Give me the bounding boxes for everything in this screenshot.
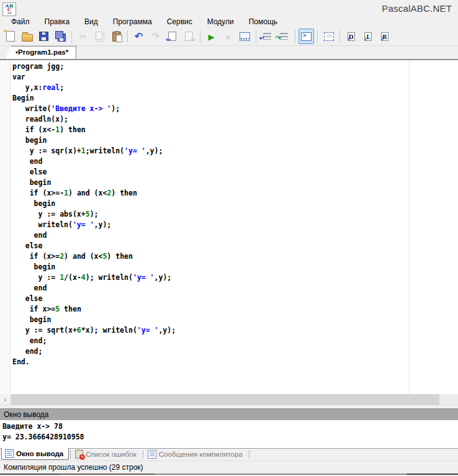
pascalabc-window: AB C .net PascalABC.NET ФайлПравкаВидПро…: [0, 0, 458, 476]
page-r-button[interactable]: R: [377, 29, 392, 44]
code-line: end: [12, 283, 176, 294]
output-line: y= 23.3666428910958: [2, 432, 458, 442]
save-button[interactable]: [36, 29, 52, 44]
tab-program1[interactable]: •Program1.pas*: [5, 46, 76, 59]
undo-arrow-icon: [135, 30, 143, 42]
page-d-button[interactable]: D: [343, 29, 359, 44]
tab-label: Сообщения компилятора: [159, 451, 243, 458]
code-area[interactable]: program jgg;var y,x:real;Begin write('Вв…: [11, 60, 176, 394]
toolbar-separator: [295, 30, 295, 43]
page-l-button[interactable]: L: [360, 29, 375, 44]
new-file-button[interactable]: [2, 29, 18, 44]
paste-button[interactable]: [109, 29, 124, 44]
toolbar-separator: [317, 30, 318, 43]
menu-item-modules[interactable]: Модули: [200, 17, 241, 27]
scroll-left-arrow-icon[interactable]: ‹: [0, 394, 11, 405]
code-editor[interactable]: program jgg;var y,x:real;Begin write('Вв…: [0, 60, 458, 394]
open-folder-icon: [22, 34, 33, 42]
right-margin-line: [409, 60, 410, 394]
lines-green-arrow-icon: [280, 33, 288, 40]
window-grid-icon: [240, 32, 250, 41]
toolbar-separator: [339, 30, 340, 43]
title-bar: AB C .net PascalABC.NET: [0, 0, 458, 16]
code-line: if (x<-1) then: [12, 125, 176, 135]
show-watch-window-button[interactable]: [321, 29, 336, 44]
run-play-icon: [209, 31, 215, 42]
menu-bar: ФайлПравкаВидПрограммаСервисМодулиПомощь: [0, 16, 458, 27]
status-bar: Компиляция прошла успешно (29 строк): [0, 460, 458, 474]
code-line: y := 1/(x-4); writeln('y= ',y);: [12, 272, 176, 283]
code-line: Begin: [12, 93, 176, 104]
goto-next-button[interactable]: [259, 29, 275, 44]
tab-label: Окно вывода: [16, 450, 63, 457]
code-line: write('Введите x-> ');: [12, 104, 176, 114]
page-arrow-left-icon: [168, 32, 176, 41]
code-line: if x>=5 then: [12, 304, 176, 315]
output-panel-header: Окно вывода: [0, 408, 458, 420]
horizontal-scrollbar[interactable]: ‹: [0, 394, 458, 405]
toolbar-separator: [71, 30, 72, 43]
tab-separator: [249, 451, 249, 459]
tab-separator: [70, 451, 71, 459]
code-line: end: [12, 156, 176, 167]
tab-label: Список ошибок: [86, 451, 137, 458]
save-all-button[interactable]: [53, 29, 68, 44]
stop-button[interactable]: [220, 29, 236, 44]
toolbar-separator: [200, 30, 200, 43]
compile-window-button[interactable]: [237, 29, 253, 44]
code-line: else: [12, 241, 176, 251]
bottom-tab-strip: Окно выводаСписок ошибокСообщения компил…: [0, 448, 458, 460]
floppy-stack-icon: [58, 34, 66, 42]
code-line: y := abs(x+5);: [12, 209, 176, 220]
page-arrow-right-icon: [185, 32, 193, 41]
compiler-messages-tab[interactable]: Сообщения компилятора: [145, 449, 248, 460]
lines-blue-arrow-icon: [263, 33, 271, 40]
open-file-button[interactable]: [19, 29, 35, 44]
page-letter-l-icon: L: [364, 32, 372, 41]
output-line: Введите x-> 78: [2, 421, 458, 432]
format-code-button[interactable]: [276, 29, 292, 44]
output-window[interactable]: Введите x-> 78y= 23.3666428910958: [0, 420, 458, 448]
toolbar-separator: [256, 30, 256, 43]
code-line: end;: [12, 336, 176, 346]
redo-button[interactable]: [148, 29, 163, 44]
code-line: writeln('y= ',y);: [12, 220, 176, 230]
show-output-window-toggle[interactable]: [299, 29, 314, 44]
cut-button[interactable]: [75, 29, 91, 44]
code-line: begin: [12, 199, 176, 209]
copy-button[interactable]: [92, 29, 107, 44]
code-line: y := sqrt(x+6*x); writeln('y= ',y);: [12, 325, 176, 336]
taskbar-edge: [0, 474, 458, 475]
menu-item-view[interactable]: Вид: [77, 17, 106, 27]
status-text: Компиляция прошла успешно (29 строк): [4, 463, 143, 472]
copy-pages-icon: [97, 34, 104, 42]
clipboard-paste-icon: [112, 32, 121, 42]
error-list-icon: [75, 450, 83, 459]
menu-item-service[interactable]: Сервис: [159, 17, 200, 27]
code-line: y,x:real;: [12, 83, 176, 93]
redo-arrow-icon: [151, 30, 159, 42]
output-window-icon: [5, 449, 14, 458]
code-line: program jgg;: [12, 61, 176, 72]
editor-gutter[interactable]: [0, 60, 11, 394]
nav-back-button[interactable]: [164, 29, 180, 44]
document-tab-strip: •Program1.pas*: [0, 46, 458, 60]
menu-item-file[interactable]: Файл: [4, 17, 37, 27]
code-line: end;: [12, 346, 176, 357]
menu-item-program[interactable]: Программа: [106, 17, 159, 27]
undo-button[interactable]: [131, 29, 146, 44]
toolbar: DLR: [0, 27, 458, 46]
code-line: begin: [12, 262, 176, 272]
code-line: end: [12, 230, 176, 241]
output-window-tab[interactable]: Окно вывода: [1, 448, 69, 460]
menu-item-edit[interactable]: Правка: [37, 17, 78, 27]
error-list-tab[interactable]: Список ошибок: [72, 449, 141, 460]
code-line: if (x>=-1) and (x<2) then: [12, 188, 176, 199]
run-button[interactable]: [204, 29, 219, 44]
code-line: End.: [12, 357, 176, 367]
menu-item-help[interactable]: Помощь: [241, 17, 285, 27]
code-line: else: [12, 294, 176, 304]
scrollbar-track[interactable]: [11, 394, 439, 405]
nav-forward-button[interactable]: [181, 29, 197, 44]
code-line: var: [12, 72, 176, 83]
